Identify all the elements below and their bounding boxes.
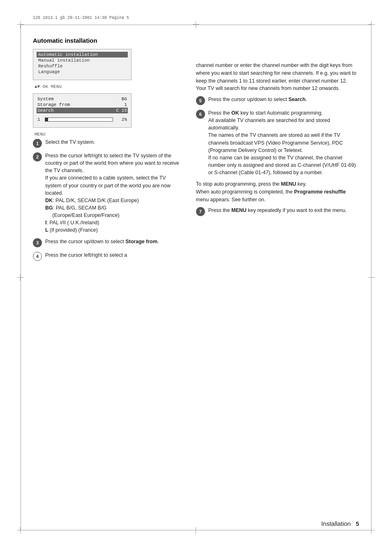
two-column-layout: Automatic installation Automatic install… bbox=[33, 33, 359, 522]
page-number: 5 bbox=[356, 520, 359, 527]
right-step-5: 5 Press the cursor up/down to select Sea… bbox=[196, 96, 359, 105]
step-badge-1: 1 bbox=[33, 139, 42, 148]
right-column: channel number or enter the channel numb… bbox=[196, 33, 359, 522]
step-text-2: Press the cursor left/right to select th… bbox=[45, 152, 184, 234]
step-badge-7: 7 bbox=[196, 207, 205, 216]
right-stop-text: To stop auto programming, press the MENU… bbox=[196, 180, 359, 203]
header-meta: 126 1013.1 gb 20-11-2001 14:30 Pagina 5 bbox=[33, 16, 129, 20]
footer-title: Installation bbox=[321, 520, 351, 527]
step-text-7: Press the MENU key repeatedly if you wan… bbox=[208, 207, 347, 214]
crosshair-bottom-left bbox=[17, 527, 24, 534]
settings-row-search: Search C 15 bbox=[37, 108, 128, 113]
step-1: 1 Select the TV system. bbox=[33, 138, 184, 148]
settings-value-system: BG bbox=[122, 97, 127, 101]
step-text-3: Press the cursor up/down to select Stora… bbox=[45, 238, 159, 245]
menu-item-manual[interactable]: Manual installation bbox=[37, 58, 128, 63]
steps-left: 1 Select the TV system. 2 Press the curs… bbox=[33, 138, 184, 261]
main-content: Automatic installation Automatic install… bbox=[33, 33, 359, 522]
crosshair-mid-top bbox=[193, 21, 199, 28]
step-badge-4: 4 bbox=[33, 252, 42, 261]
progress-left-num: 1 bbox=[37, 117, 42, 122]
crosshair-top-left bbox=[17, 21, 24, 28]
settings-footer: MENU bbox=[33, 132, 184, 137]
menu-item-reshuffle[interactable]: Reshuffle bbox=[37, 63, 128, 69]
right-step-6: 6 Press the OK key to start Automatic pr… bbox=[196, 109, 359, 176]
progress-bar-fill bbox=[45, 118, 48, 121]
menu-item-language[interactable]: Language bbox=[37, 69, 128, 75]
settings-box: System BG Storage from 1 Search C 15 1 bbox=[33, 93, 131, 128]
progress-pct: 2% bbox=[115, 117, 127, 122]
step-text-6: Press the OK key to start Automatic prog… bbox=[208, 109, 359, 176]
settings-row-system: System BG bbox=[37, 96, 128, 102]
step-4: 4 Press the cursor left/right to select … bbox=[33, 251, 184, 261]
step-badge-3: 3 bbox=[33, 238, 42, 247]
progress-row: 1 2% bbox=[37, 116, 128, 123]
page-footer: Installation 5 bbox=[321, 520, 359, 527]
step-2: 2 Press the cursor left/right to select … bbox=[33, 152, 184, 234]
settings-value-storage: 1 bbox=[124, 102, 127, 107]
settings-label-storage: Storage from bbox=[37, 102, 70, 107]
step-text-1: Select the TV system. bbox=[45, 138, 95, 146]
settings-label-search: Search bbox=[37, 108, 54, 113]
menu-box: Automatic installation Manual installati… bbox=[33, 49, 131, 80]
settings-row-storage: Storage from 1 bbox=[37, 102, 128, 108]
settings-value-search: C 15 bbox=[116, 108, 127, 113]
right-step-7: 7 Press the MENU key repeatedly if you w… bbox=[196, 207, 359, 216]
nav-hint: ▲▼ OK MENU bbox=[33, 84, 184, 89]
crosshair-top-right bbox=[368, 21, 375, 28]
menu-item-automatic[interactable]: Automatic installation bbox=[37, 52, 128, 58]
step-text-5: Press the cursor up/down to select Searc… bbox=[208, 96, 307, 103]
left-column: Automatic installation Automatic install… bbox=[33, 33, 184, 522]
section-title: Automatic installation bbox=[33, 37, 184, 44]
step-3: 3 Press the cursor up/down to select Sto… bbox=[33, 238, 184, 247]
settings-label-system: System bbox=[37, 97, 54, 101]
crosshair-bottom-right bbox=[368, 527, 375, 534]
crosshair-mid-bottom bbox=[193, 527, 199, 534]
crosshair-mid-right bbox=[368, 274, 375, 281]
right-intro-text: channel number or enter the channel numb… bbox=[196, 62, 359, 92]
step-badge-5: 5 bbox=[196, 96, 205, 105]
crosshair-mid-left bbox=[17, 274, 24, 281]
progress-bar bbox=[45, 117, 113, 122]
step-badge-2: 2 bbox=[33, 152, 42, 161]
step-text-4: Press the cursor left/right to select a bbox=[45, 251, 127, 259]
step-badge-6: 6 bbox=[196, 110, 205, 119]
